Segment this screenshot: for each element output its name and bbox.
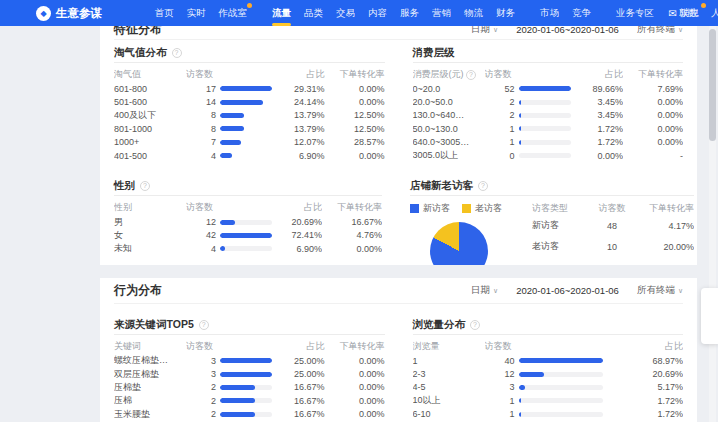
nav-item-竞争[interactable]: 竞争: [572, 0, 591, 26]
help-icon[interactable]: ?: [466, 70, 476, 80]
help-icon[interactable]: ?: [199, 320, 209, 330]
cell: 6-10: [413, 409, 485, 419]
date-range-picker[interactable]: 2020-01-06~2020-01-06: [516, 26, 619, 35]
cell-value: 2: [186, 396, 216, 406]
nav-item-服务[interactable]: 服务: [400, 0, 419, 26]
help-icon[interactable]: ?: [478, 181, 488, 191]
bar: [220, 220, 235, 225]
nav-right: ✉ 消息: [669, 0, 704, 26]
cell: 女: [114, 229, 186, 242]
chevron-down-icon: ∨: [493, 26, 498, 33]
bar: [220, 385, 255, 390]
table-row: 640.0~3005…11.72%0.00%: [413, 136, 684, 149]
cell: 6.90%: [275, 151, 325, 161]
date-label: 日期: [471, 284, 490, 295]
cell: 0.00%: [623, 124, 683, 134]
bar-track: [220, 358, 272, 363]
column-header: 占比: [573, 68, 623, 81]
column-header: 淘气值: [114, 68, 186, 81]
section1-header: 特征分布 日期∨ 2020-01-06~2020-01-06 所有终端∨: [114, 26, 683, 40]
table-row: 601-8001729.31%0.00%: [114, 82, 385, 95]
cell: 12.07%: [275, 137, 325, 147]
cell: 0.00%: [325, 84, 385, 94]
nav-item-内容[interactable]: 内容: [368, 0, 387, 26]
card-title: 来源关键词TOP5?: [114, 315, 385, 335]
table-row: 20.0~50.023.45%0.00%: [413, 95, 684, 108]
help-icon[interactable]: ?: [172, 48, 182, 58]
cell: 4.17%: [634, 221, 694, 231]
section-feature-distribution: 特征分布 日期∨ 2020-01-06~2020-01-06 所有终端∨ 淘气值…: [100, 26, 697, 265]
cell: 0~20.0: [413, 84, 485, 94]
nav-item-营销[interactable]: 营销: [432, 0, 451, 26]
bar: [220, 153, 232, 158]
help-icon[interactable]: ?: [140, 181, 150, 191]
table-row: 未知46.90%0.00%: [114, 242, 382, 255]
nav-item-人群管理[interactable]: 人群管理: [711, 0, 718, 26]
cell: 48: [590, 221, 634, 231]
sycm-logo-icon: ◆: [36, 6, 51, 21]
nav-item-作战室[interactable]: 作战室: [219, 0, 248, 26]
card-title: 性别?: [114, 176, 382, 196]
nav-item-messages[interactable]: 消息: [680, 0, 704, 26]
chevron-down-icon: ∨: [678, 287, 683, 294]
card-source-keywords-top5: 来源关键词TOP5?关键词访客数占比下单转化率螺纹压棉垫…325.00%0.00…: [114, 315, 385, 421]
cell: 4.76%: [322, 230, 382, 240]
card-taoqi-value-distribution: 淘气值分布?淘气值访客数占比下单转化率601-8001729.31%0.00%5…: [114, 43, 385, 162]
nav-item-交易[interactable]: 交易: [336, 0, 355, 26]
cell: 男: [114, 216, 186, 229]
table-row: 130.0~640…23.45%0.00%: [413, 109, 684, 122]
help-icon[interactable]: ?: [470, 320, 480, 330]
nav-item-label: 作战室: [219, 7, 248, 20]
cell: 72.41%: [272, 230, 322, 240]
cell: 29.31%: [275, 84, 325, 94]
date-type-select[interactable]: 日期∨: [471, 26, 498, 36]
cell: 0.00%: [623, 110, 683, 120]
nav-item-首页[interactable]: 首页: [155, 0, 174, 26]
pie-left: 新访客老访客: [410, 201, 532, 265]
cell: 20.69%: [621, 369, 683, 379]
feedback-widget[interactable]: [701, 288, 718, 344]
nav-item-流量[interactable]: 流量: [272, 0, 291, 26]
cell: 24.14%: [275, 97, 325, 107]
table-row: 400及以下813.79%12.50%: [114, 109, 385, 122]
cell: 640.0~3005…: [413, 137, 485, 147]
nav-item-品类[interactable]: 品类: [304, 0, 323, 26]
nav-item-市场[interactable]: 市场: [540, 0, 559, 26]
terminal-select[interactable]: 所有终端∨: [637, 284, 683, 297]
date-type-select[interactable]: 日期∨: [471, 284, 498, 297]
notification-badge-dot: [247, 3, 252, 8]
pie-card-body: 新访客老访客访客类型访客数占比下单转化率新访客4882.76%4.17%老访客1…: [410, 201, 694, 265]
cell-value-bar: 1: [485, 137, 574, 147]
nav-menu: 首页实时作战室流量品类交易内容服务营销物流财务市场竞争业务专区取数人群管理学院: [148, 0, 661, 26]
scrollbar-thumb[interactable]: [709, 29, 716, 141]
column-header: 下单转化率: [322, 201, 382, 214]
table-row: 螺纹压棉垫…325.00%0.00%: [114, 354, 385, 367]
brand[interactable]: ◆ 生意参谋: [36, 6, 102, 21]
card-title: 消费层级: [413, 43, 684, 63]
brand-name: 生意参谋: [56, 6, 102, 21]
bar: [220, 233, 272, 238]
cell: 13.79%: [275, 110, 325, 120]
card-title: 浏览量分布?: [413, 315, 684, 335]
legend-item[interactable]: 老访客: [462, 202, 502, 215]
nav-item-实时[interactable]: 实时: [187, 0, 206, 26]
nav-item-label: 竞争: [572, 7, 591, 20]
legend-item[interactable]: 新访客: [410, 202, 450, 215]
cell: 400及以下: [114, 109, 186, 122]
table-header-row: 淘气值访客数占比下单转化率: [114, 67, 385, 82]
nav-item-财务[interactable]: 财务: [496, 0, 515, 26]
date-range-picker[interactable]: 2020-01-06~2020-01-06: [516, 285, 619, 296]
table-header-row: 浏览量访客数占比: [413, 339, 684, 354]
bar: [220, 412, 255, 417]
cell-value: 1: [485, 396, 515, 406]
nav-item-业务专区[interactable]: 业务专区: [616, 0, 654, 26]
terminal-select[interactable]: 所有终端∨: [637, 26, 683, 36]
nav-item-物流[interactable]: 物流: [464, 0, 483, 26]
cell: 12.50%: [325, 110, 385, 120]
bar-track: [220, 233, 272, 238]
mail-icon: ✉: [669, 8, 677, 19]
card-title-text: 性别: [114, 179, 135, 193]
section1-title: 特征分布: [114, 26, 162, 38]
cell: 16.67%: [275, 409, 325, 419]
cell-value: 17: [186, 84, 216, 94]
